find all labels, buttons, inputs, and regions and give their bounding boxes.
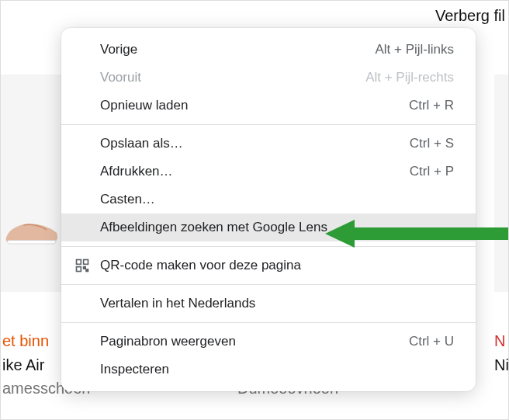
bg-text-title: ike Air [2, 356, 44, 374]
menu-label: Inspecteren [100, 362, 454, 377]
menu-label: Afdrukken… [100, 164, 397, 179]
menu-item-search-images-google-lens[interactable]: Afbeeldingen zoeken met Google Lens [61, 213, 476, 241]
svg-rect-4 [86, 269, 88, 272]
menu-separator [61, 124, 476, 125]
header-text: Verberg fil [435, 7, 505, 24]
menu-item-create-qr-code[interactable]: QR-code maken voor deze pagina [61, 252, 476, 279]
menu-label: Opslaan als… [100, 136, 397, 151]
menu-label: QR-code maken voor deze pagina [100, 258, 454, 273]
menu-item-translate[interactable]: Vertalen in het Nederlands [61, 290, 476, 318]
background-product-card-right [494, 75, 509, 292]
svg-rect-3 [84, 267, 86, 269]
menu-label: Vorige [100, 42, 362, 57]
menu-shortcut: Ctrl + S [410, 136, 454, 151]
menu-item-forward: Vooruit Alt + Pijl-rechts [61, 64, 476, 92]
menu-shortcut: Ctrl + R [409, 98, 454, 113]
menu-label: Paginabron weergeven [100, 334, 396, 349]
qr-code-icon [74, 257, 91, 274]
menu-label: Afbeeldingen zoeken met Google Lens [100, 220, 454, 235]
menu-label: Vooruit [100, 70, 353, 85]
svg-rect-0 [77, 260, 81, 265]
product-thumbnail [3, 203, 61, 257]
menu-shortcut: Alt + Pijl-rechts [365, 70, 454, 85]
svg-rect-2 [77, 267, 81, 272]
bg-text-right-promo: N [494, 332, 505, 350]
menu-shortcut: Ctrl + U [409, 334, 454, 349]
menu-separator [61, 284, 476, 285]
menu-shortcut: Ctrl + P [410, 164, 454, 179]
menu-item-reload[interactable]: Opnieuw laden Ctrl + R [61, 92, 476, 120]
svg-rect-1 [84, 260, 88, 265]
background-product-card-left [1, 75, 63, 292]
menu-item-view-source[interactable]: Paginabron weergeven Ctrl + U [61, 328, 476, 356]
bg-text-promo: et binn [2, 332, 49, 350]
menu-item-print[interactable]: Afdrukken… Ctrl + P [61, 158, 476, 186]
menu-item-inspect[interactable]: Inspecteren [61, 356, 476, 384]
context-menu: Vorige Alt + Pijl-links Vooruit Alt + Pi… [61, 28, 476, 391]
menu-separator [61, 246, 476, 247]
menu-label: Vertalen in het Nederlands [100, 296, 454, 311]
bg-text-right-title: Ni [494, 356, 509, 374]
menu-label: Casten… [100, 192, 454, 207]
menu-label: Opnieuw laden [100, 98, 396, 113]
menu-item-back[interactable]: Vorige Alt + Pijl-links [61, 36, 476, 64]
menu-separator [61, 322, 476, 323]
menu-item-cast[interactable]: Casten… [61, 186, 476, 213]
page-header-fragment: Verberg fil [1, 1, 508, 30]
menu-item-save-as[interactable]: Opslaan als… Ctrl + S [61, 130, 476, 158]
menu-shortcut: Alt + Pijl-links [375, 42, 454, 57]
